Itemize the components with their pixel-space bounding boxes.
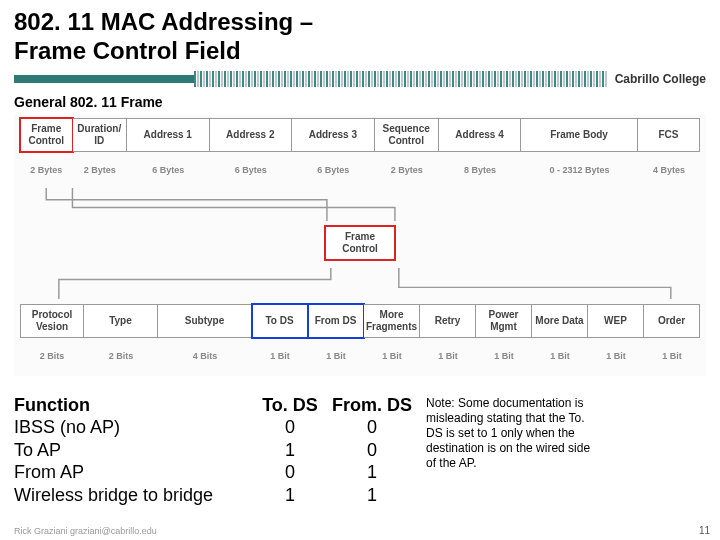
control-field-cell: To DS <box>252 304 308 338</box>
frame-diagram: Frame ControlDuration/ IDAddress 1Addres… <box>14 114 706 376</box>
title-line-2: Frame Control Field <box>14 37 241 64</box>
frame-field-size: 8 Bytes <box>439 152 522 186</box>
fc-to-bits-connector <box>20 266 700 302</box>
ftab-cell: 1 <box>254 439 326 462</box>
frame-field-cell: Address 4 <box>439 118 522 152</box>
control-field-size: 1 Bit <box>476 338 532 372</box>
control-field-size: 4 Bits <box>158 338 252 372</box>
ftab-cell: Wireless bridge to bridge <box>14 484 254 507</box>
control-field-size: 1 Bit <box>532 338 588 372</box>
control-field-size: 2 Bits <box>84 338 158 372</box>
frame-to-fc-connector <box>20 188 700 224</box>
table-row: Wireless bridge to bridge11 <box>14 484 418 507</box>
ftab-cell: To AP <box>14 439 254 462</box>
control-field-cell: Type <box>84 304 158 338</box>
ftab-cell: From AP <box>14 461 254 484</box>
frame-field-cell: Frame Control <box>20 118 73 152</box>
frame-field-cell: Address 3 <box>292 118 375 152</box>
control-field-cell: From DS <box>308 304 364 338</box>
control-field-size: 1 Bit <box>252 338 308 372</box>
control-field-size: 2 Bits <box>20 338 84 372</box>
control-field-cell: Protocol Vesion <box>20 304 84 338</box>
ftab-cell: IBSS (no AP) <box>14 416 254 439</box>
ftab-head: To. DS <box>254 394 326 417</box>
ftab-cell: 0 <box>254 416 326 439</box>
frame-control-mid-cell: Frame Control <box>325 226 395 260</box>
frame-field-size: 6 Bytes <box>209 152 292 186</box>
ftab-cell: 1 <box>254 484 326 507</box>
frame-fields-row: Frame ControlDuration/ IDAddress 1Addres… <box>20 118 700 152</box>
page-number: 11 <box>699 525 710 536</box>
control-field-size: 1 Bit <box>420 338 476 372</box>
footer-credit: Rick Graziani graziani@cabrillo.edu <box>14 526 157 536</box>
control-field-cell: Subtype <box>158 304 252 338</box>
ftab-cell: 0 <box>326 416 418 439</box>
ftab-cell: 1 <box>326 461 418 484</box>
page-title: 802. 11 MAC Addressing – Frame Control F… <box>14 8 706 66</box>
control-field-cell: More Fragments <box>364 304 420 338</box>
table-row: To AP10 <box>14 439 418 462</box>
ftab-cell: 0 <box>254 461 326 484</box>
title-rule: Cabrillo College <box>14 70 706 88</box>
side-note: Note: Some documentation is misleading s… <box>426 394 601 507</box>
rule-hatch <box>194 71 607 87</box>
control-field-cell: WEP <box>588 304 644 338</box>
frame-field-cell: Sequence Control <box>375 118 439 152</box>
control-field-size: 1 Bit <box>308 338 364 372</box>
function-table: FunctionTo. DSFrom. DSIBSS (no AP)00To A… <box>14 394 418 507</box>
frame-field-size: 6 Bytes <box>292 152 375 186</box>
ftab-head: From. DS <box>326 394 418 417</box>
ftab-head: Function <box>14 394 254 417</box>
control-field-size: 1 Bit <box>644 338 700 372</box>
title-line-1: 802. 11 MAC Addressing – <box>14 8 313 35</box>
control-field-size: 1 Bit <box>364 338 420 372</box>
frame-field-size: 2 Bytes <box>72 152 126 186</box>
frame-field-cell: Address 1 <box>127 118 210 152</box>
control-field-cell: Order <box>644 304 700 338</box>
frame-field-cell: Frame Body <box>521 118 637 152</box>
frame-control-center: Frame Control <box>20 226 700 260</box>
frame-field-cell: Duration/ ID <box>73 118 127 152</box>
frame-field-size: 4 Bytes <box>638 152 700 186</box>
table-row: IBSS (no AP)00 <box>14 416 418 439</box>
control-sizes-row: 2 Bits2 Bits4 Bits1 Bit1 Bit1 Bit1 Bit1 … <box>20 338 700 372</box>
college-label: Cabrillo College <box>607 72 706 86</box>
control-field-cell: Power Mgmt <box>476 304 532 338</box>
frame-field-size: 6 Bytes <box>127 152 210 186</box>
frame-sizes-row: 2 Bytes2 Bytes6 Bytes6 Bytes6 Bytes2 Byt… <box>20 152 700 186</box>
lower-content: FunctionTo. DSFrom. DSIBSS (no AP)00To A… <box>14 394 706 507</box>
table-row: From AP01 <box>14 461 418 484</box>
frame-field-cell: FCS <box>638 118 700 152</box>
frame-field-size: 0 - 2312 Bytes <box>521 152 638 186</box>
control-field-cell: Retry <box>420 304 476 338</box>
ftab-cell: 0 <box>326 439 418 462</box>
control-field-size: 1 Bit <box>588 338 644 372</box>
control-field-cell: More Data <box>532 304 588 338</box>
ftab-cell: 1 <box>326 484 418 507</box>
frame-field-cell: Address 2 <box>210 118 293 152</box>
frame-field-size: 2 Bytes <box>20 152 72 186</box>
rule-solid <box>14 75 194 83</box>
frame-field-size: 2 Bytes <box>375 152 439 186</box>
subheading: General 802. 11 Frame <box>14 94 706 110</box>
control-fields-row: Protocol VesionTypeSubtypeTo DSFrom DSMo… <box>20 304 700 338</box>
